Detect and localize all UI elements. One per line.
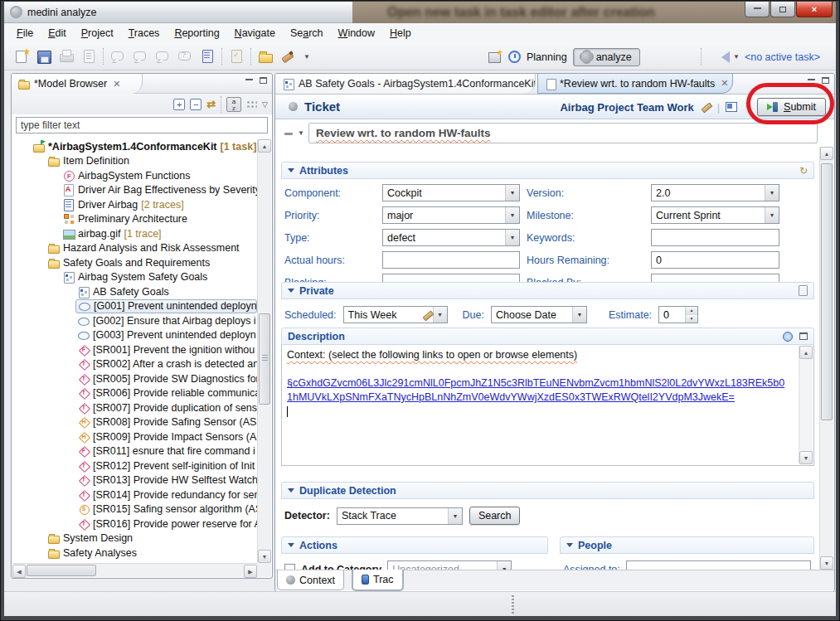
minimize-editor-icon[interactable] [808,78,815,80]
due-field[interactable]: Choose Date ▼ [491,306,587,323]
edit-icon[interactable] [700,101,711,113]
open-perspective-icon[interactable] [488,50,503,65]
new-discussion-icon[interactable] [154,48,171,65]
people-header[interactable]: People [560,536,814,554]
planning-perspective-icon[interactable] [508,51,521,63]
tree-item[interactable]: Driver Airbag[2 traces] [12,197,257,212]
category-field[interactable]: Uncategorized ▼ [387,560,512,570]
filter-input[interactable] [16,117,268,133]
sort-alphabetically-icon[interactable]: az [226,97,241,112]
collapse-twisty-icon[interactable] [288,543,294,551]
tree-item[interactable]: AirbagSystem Functions [12,168,257,183]
tree-item[interactable]: Airbag System Safety Goals [12,270,257,285]
minimize-view-icon[interactable] [245,78,253,80]
maximize-view-icon[interactable] [260,77,267,84]
table-icon[interactable] [726,102,737,112]
tree-item[interactable]: AB Safety Goals [12,284,257,299]
detector-field[interactable]: Stack Trace ▼ [337,507,463,525]
link-with-editor-icon[interactable]: ⇄ [206,98,216,110]
tree-item[interactable]: [SR015] Safing sensor algorithm (AS [12,502,257,517]
chevron-down-icon[interactable]: ▼ [505,230,519,245]
scheduled-field[interactable]: This Week ▼ [343,306,448,323]
chevron-down-icon[interactable]: ▼ [505,185,519,201]
task-history-dropdown-icon[interactable]: ▼ [733,53,740,61]
spin-down-icon[interactable]: ▼ [686,315,697,323]
view-menu-icon[interactable]: ▽ [262,100,268,109]
chevron-down-icon[interactable]: ▼ [765,185,779,201]
submit-button[interactable]: Submit [757,98,826,116]
actions-header[interactable]: Actions [281,536,548,554]
tree-item[interactable]: *AirbagSystem1.4ConformanceKit[1 task] [12,139,257,154]
spin-up-icon[interactable]: ▲ [686,307,697,315]
chevron-down-icon[interactable]: ▼ [448,508,462,524]
tree-item[interactable]: Safety Goals and Requirements [12,255,257,270]
description-input[interactable]: Context: (select the following links to … [281,345,814,466]
close-button[interactable]: × [796,2,833,17]
repository-label[interactable]: Airbag Project Team Work [560,101,693,114]
scroll-up-icon[interactable]: ▲ [820,147,833,160]
estimate-stepper[interactable]: 0 ▲▼ [658,306,698,323]
new-wizard-icon[interactable] [13,48,30,65]
tree-item[interactable]: Preliminary Architecture [12,212,257,227]
private-notes-icon[interactable] [799,285,808,296]
notes-icon[interactable] [199,48,216,65]
tab-review-ticket[interactable]: *Review wrt. to random HW-faults ✕ [537,74,733,94]
tree-scroll-thumb[interactable] [259,313,270,405]
tree-item[interactable]: airbag.gif[1 trace] [12,226,257,241]
no-active-task-label[interactable]: <no active task> [745,51,820,63]
add-to-category-checkbox[interactable] [284,564,295,570]
tree-item[interactable]: Item Definition [12,154,257,169]
statusbar-drag-handle[interactable] [512,595,514,614]
tree-item[interactable]: [SR011] esnure that fire command i [12,444,257,459]
scroll-up-icon[interactable]: ▲ [799,346,813,359]
maximize-button[interactable] [770,2,795,17]
tree-item[interactable]: [SR012] Prevent self-iginition of Init [12,458,257,473]
maximize-section-icon[interactable] [799,332,808,340]
tree-item[interactable]: [SR014] Provide redundancy for sen [12,488,257,502]
menu-project[interactable]: Project [74,25,121,41]
tree-item[interactable]: [SR016] Provide power reserve for A [12,517,257,531]
menu-edit[interactable]: Edit [41,25,74,41]
tree-item[interactable]: [G001] Prevent unintended deployn [12,299,257,314]
tree-item[interactable]: [G003] Prevent unintended deployn [12,328,257,343]
close-editor-icon[interactable]: ✕ [721,78,728,89]
actual-hours-field[interactable] [382,251,520,269]
collapse-twisty-icon[interactable] [288,488,294,496]
tree-item[interactable]: [SR009] Provide Impact Sensors (AS [12,429,257,444]
hours-remaining-field[interactable]: 0 [651,251,779,269]
duplicate-detection-header[interactable]: Duplicate Detection [281,482,814,499]
tree-item[interactable]: [SR002] After a crash is detected an [12,357,257,372]
print-icon[interactable] [58,48,75,65]
discussion-icon[interactable] [132,48,148,65]
refresh-attributes-icon[interactable]: ↻ [799,165,808,177]
tab-context[interactable]: Context [277,570,344,590]
minimize-button[interactable] [745,2,770,17]
form-scrollbar[interactable]: ▲ ▼ [819,147,833,570]
tab-trac[interactable]: Trac [352,570,404,591]
tree-horizontal-scrollbar[interactable]: ◀ ▶ [12,563,257,577]
scroll-right-icon[interactable]: ▶ [244,565,257,578]
tree-item[interactable]: [SR013] Provide HW Selftest Watchd [12,473,257,488]
collapse-twisty-icon[interactable] [288,289,294,296]
description-element-link[interactable]: §cGxhdGZvcm06L3Jlc291cmNlL0FpcmJhZ1N5c3R… [287,376,788,405]
description-scrollbar[interactable]: ▲ ▼ [799,346,813,464]
priority-dropdown-icon[interactable]: ▼ [298,129,304,137]
tree-item[interactable]: [SR005] Provide SW Diagnostics for [12,371,257,386]
close-view-icon[interactable]: ✕ [113,79,120,90]
menu-window[interactable]: Window [331,25,382,41]
keywords-field[interactable] [651,229,779,246]
expand-all-icon[interactable]: + [173,99,185,110]
perspective-analyze[interactable]: analyze [573,48,640,66]
assigned-to-input[interactable] [626,560,811,570]
scroll-left-icon[interactable]: ◀ [12,565,26,578]
scroll-down-icon[interactable]: ▼ [799,451,813,464]
header-dropdown-icon[interactable]: ▼ [745,104,751,111]
perspective-planning[interactable]: Planning [527,51,567,63]
priority-selector-icon[interactable] [284,129,294,138]
tree-item[interactable]: System Design [12,531,257,546]
filter-options-icon[interactable] [246,100,257,108]
maximize-editor-icon[interactable] [822,77,829,84]
menu-help[interactable]: Help [382,25,419,41]
save-icon[interactable] [36,48,52,65]
report-icon[interactable] [80,48,97,65]
